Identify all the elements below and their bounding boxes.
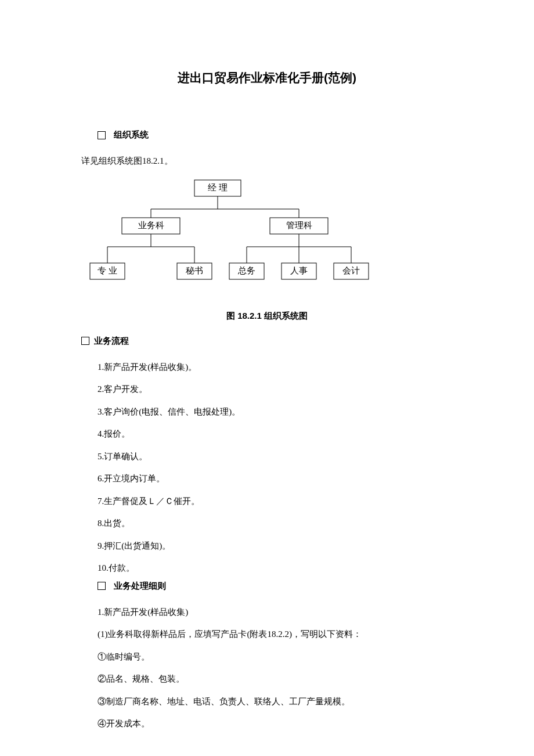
flow-item: 9.押汇(出货通知)。 [98, 536, 453, 556]
detail-item: 1.新产品开发(样品收集) [98, 602, 453, 622]
detail-item: ④开发成本。 [98, 714, 453, 734]
org-node-hr: 人事 [290, 266, 308, 275]
figure-caption: 图 18.2.1 组织系统图 [81, 311, 453, 322]
flow-item: 5.订单确认。 [98, 447, 453, 467]
section-detail-heading-text: 业务处理细则 [114, 581, 166, 592]
flow-item: 3.客户询价(电报、信件、电报处理)。 [98, 402, 453, 422]
org-node-accounting: 会计 [342, 266, 360, 275]
section-org-heading: 组织系统 [98, 129, 453, 141]
flow-item: 7.生产督促及Ｌ／Ｃ催开。 [98, 491, 453, 512]
org-node-root: 经 理 [208, 183, 228, 192]
detail-item: (1)业务科取得新样品后，应填写产品卡(附表18.2.2)，写明以下资料： [98, 624, 453, 645]
flow-item: 6.开立境内订单。 [98, 469, 453, 489]
page-title: 进出口贸易作业标准化手册(范例) [81, 70, 453, 86]
section-flow-heading-text: 业务流程 [94, 336, 129, 347]
org-node-specialty: 专 业 [98, 266, 117, 275]
flow-item: 8.出货。 [98, 513, 453, 534]
org-node-general: 总务 [237, 266, 255, 275]
detail-item: ②品名、规格、包装。 [98, 669, 453, 689]
square-marker-icon [98, 131, 106, 139]
org-node-admin: 管理科 [286, 221, 312, 230]
section-org-heading-text: 组织系统 [114, 129, 149, 141]
detail-item: ①临时编号。 [98, 647, 453, 667]
org-node-secretary: 秘书 [186, 266, 203, 275]
detail-item: ③制造厂商名称、地址、电话、负责人、联络人、工厂产量规模。 [98, 692, 453, 712]
section-detail-heading: 业务处理细则 [98, 581, 453, 592]
org-node-business: 业务科 [138, 221, 164, 230]
section-flow-heading: 业务流程 [81, 336, 453, 347]
flow-item: 4.报价。 [98, 424, 453, 444]
square-marker-icon [98, 582, 106, 590]
flow-item: 10.付款。 [98, 558, 453, 578]
flow-item: 1.新产品开发(样品收集)。 [98, 357, 453, 377]
flow-item: 2.客户开发。 [98, 379, 453, 399]
org-chart: 经 理 业务科 管理科 专 业 秘书 总务 人事 会计 [81, 177, 383, 287]
org-intro-text: 详见组织系统图18.2.1。 [81, 151, 453, 171]
square-marker-icon [81, 337, 89, 345]
